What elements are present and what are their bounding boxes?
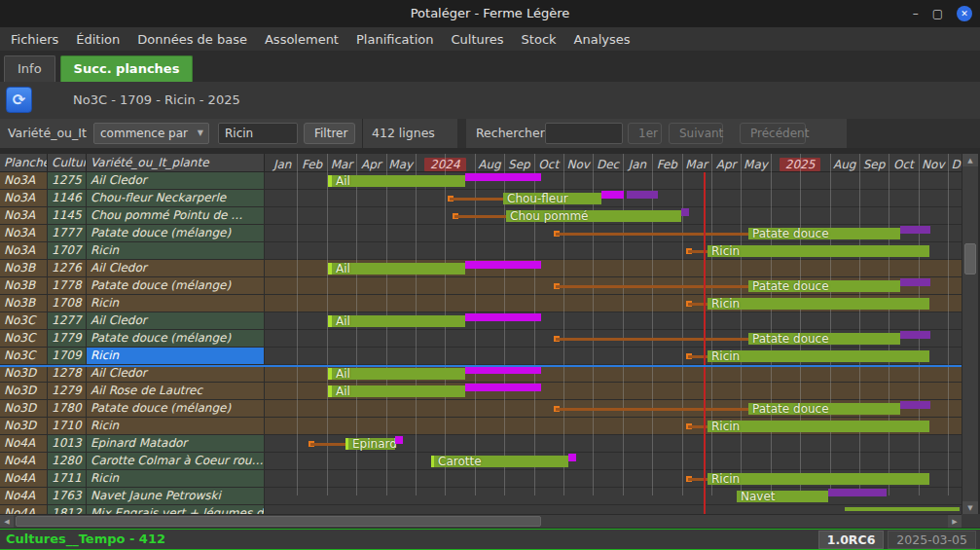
cell-culture[interactable]: 1779: [48, 330, 87, 347]
gantt-row-strip[interactable]: Ail: [265, 365, 962, 382]
cell-planche[interactable]: No3D: [0, 365, 48, 382]
cell-variete[interactable]: Ricin: [87, 348, 265, 364]
cell-culture[interactable]: 1013: [48, 435, 87, 452]
table-row[interactable]: No4A1763Navet Jaune PetrowskiNavet: [0, 488, 962, 505]
close-icon[interactable]: ✕: [957, 6, 972, 21]
menu-item-fichiers[interactable]: Fichiers: [2, 30, 67, 49]
filter-button[interactable]: Filtrer: [304, 123, 355, 144]
cell-culture[interactable]: 1707: [48, 242, 87, 259]
tab-succ-planches[interactable]: Succ. planches: [60, 55, 194, 82]
cell-planche[interactable]: No3A: [0, 207, 48, 224]
table-row[interactable]: No3D1780Patate douce (mélange)Patate dou…: [0, 400, 962, 418]
cell-variete[interactable]: Ricin: [87, 418, 265, 434]
table-row[interactable]: No4A1013Epinard MatadorEpinard: [0, 435, 962, 453]
maximize-icon[interactable]: ▢: [932, 8, 943, 19]
refresh-button[interactable]: ⟳: [6, 87, 32, 113]
table-row[interactable]: No4A1711RicinRicin: [0, 470, 962, 488]
cell-planche[interactable]: No3B: [0, 277, 48, 294]
gantt-row-strip[interactable]: Patate douce: [265, 330, 962, 347]
cell-planche[interactable]: No3A: [0, 225, 48, 241]
cell-variete[interactable]: Epinard Matador: [87, 435, 265, 452]
cell-planche[interactable]: No4A: [0, 505, 48, 514]
cell-culture[interactable]: 1777: [48, 225, 87, 241]
table-row[interactable]: No3B1778Patate douce (mélange)Patate dou…: [0, 277, 962, 295]
menu-item-cultures[interactable]: Cultures: [442, 30, 512, 49]
cell-culture[interactable]: 1710: [48, 418, 87, 434]
cell-culture[interactable]: 1278: [48, 365, 87, 382]
vertical-scroll-thumb[interactable]: [964, 243, 976, 275]
cell-culture[interactable]: 1763: [48, 488, 87, 504]
scroll-right-icon[interactable]: ▶: [948, 515, 962, 528]
menu-item-planification[interactable]: Planification: [347, 30, 442, 49]
cell-variete[interactable]: Ricin: [87, 295, 265, 312]
gantt-row-strip[interactable]: Ricin: [265, 295, 962, 312]
table-row[interactable]: No3C1779Patate douce (mélange)Patate dou…: [0, 330, 962, 348]
menu-item-assolement[interactable]: Assolement: [256, 30, 347, 49]
table-row[interactable]: No4A1280Carotte Colmar à Coeur rou…Carot…: [0, 453, 962, 470]
filter-operator-select[interactable]: commence par ▼: [93, 123, 209, 144]
horizontal-scroll-thumb[interactable]: [16, 516, 541, 527]
cell-variete[interactable]: Carotte Colmar à Coeur rou…: [87, 453, 265, 469]
cell-variete[interactable]: Ricin: [87, 470, 265, 487]
table-row[interactable]: No3C1277Ail CledorAil: [0, 312, 962, 330]
table-row[interactable]: No3A1145Chou pommé Pointu de …Chou pommé: [0, 207, 962, 225]
table-row[interactable]: No3D1278Ail CledorAil: [0, 365, 962, 383]
menu-item--dition[interactable]: Édition: [67, 30, 128, 49]
cell-culture[interactable]: 1145: [48, 207, 87, 224]
cell-variete[interactable]: Chou-fleur Neckarperle: [87, 190, 265, 206]
cell-planche[interactable]: No4A: [0, 453, 48, 469]
minimize-icon[interactable]: –: [913, 8, 919, 19]
cell-variete[interactable]: Ail Cledor: [87, 312, 265, 329]
column-header-culture[interactable]: Culture: [48, 154, 87, 172]
cell-culture[interactable]: 1711: [48, 470, 87, 487]
cell-planche[interactable]: No3C: [0, 330, 48, 347]
table-row[interactable]: No3D1279Ail Rose de LautrecAil: [0, 383, 962, 400]
cell-culture[interactable]: 1778: [48, 277, 87, 294]
cell-variete[interactable]: Patate douce (mélange): [87, 225, 265, 241]
gantt-row-strip[interactable]: Ricin: [265, 418, 962, 434]
cell-planche[interactable]: No4A: [0, 435, 48, 452]
horizontal-scrollbar[interactable]: ◀ ▶: [0, 514, 962, 528]
scroll-down-icon[interactable]: ▼: [962, 501, 978, 514]
table-row[interactable]: No3A1146Chou-fleur NeckarperleChou-fleur: [0, 190, 962, 207]
search-next-button[interactable]: Suivant: [669, 123, 723, 144]
column-header-planche[interactable]: Planche: [0, 154, 48, 172]
cell-planche[interactable]: No3C: [0, 348, 48, 364]
gantt-row-strip[interactable]: Ricin: [265, 348, 962, 364]
cell-planche[interactable]: No3B: [0, 260, 48, 276]
gantt-row-strip[interactable]: Epinard: [265, 435, 962, 452]
cell-variete[interactable]: Chou pommé Pointu de …: [87, 207, 265, 224]
cell-culture[interactable]: 1277: [48, 312, 87, 329]
cell-culture[interactable]: 1146: [48, 190, 87, 206]
gantt-row-strip[interactable]: Ail: [265, 172, 962, 189]
cell-culture[interactable]: 1279: [48, 383, 87, 399]
cell-variete[interactable]: Ricin: [87, 242, 265, 259]
cell-variete[interactable]: Mix Engrais vert + légumes d'é…: [87, 505, 265, 514]
table-row[interactable]: No3A1777Patate douce (mélange)Patate dou…: [0, 225, 962, 242]
gantt-row-strip[interactable]: [265, 505, 962, 514]
table-row[interactable]: No3A1707RicinRicin: [0, 242, 962, 260]
tab-info[interactable]: Info: [4, 55, 55, 82]
table-row[interactable]: No3B1276Ail CledorAil: [0, 260, 962, 277]
cell-planche[interactable]: No3B: [0, 295, 48, 312]
table-row[interactable]: No4A1812Mix Engrais vert + légumes d'é…: [0, 505, 962, 514]
gantt-row-strip[interactable]: Patate douce: [265, 225, 962, 241]
vertical-scrollbar[interactable]: ▲ ▼: [962, 154, 978, 514]
search-prev-button[interactable]: Précédent: [740, 123, 806, 144]
cell-variete[interactable]: Ail Rose de Lautrec: [87, 383, 265, 399]
cell-planche[interactable]: No4A: [0, 488, 48, 504]
cell-culture[interactable]: 1709: [48, 348, 87, 364]
gantt-row-strip[interactable]: Navet: [265, 488, 962, 504]
cell-planche[interactable]: No3D: [0, 418, 48, 434]
gantt-row-strip[interactable]: Chou pommé: [265, 207, 962, 224]
menu-item-analyses[interactable]: Analyses: [565, 30, 639, 49]
cell-culture[interactable]: 1812: [48, 505, 87, 514]
table-row[interactable]: No3B1708RicinRicin: [0, 295, 962, 312]
cell-culture[interactable]: 1276: [48, 260, 87, 276]
gantt-row-strip[interactable]: Ail: [265, 260, 962, 276]
gantt-row-strip[interactable]: Ricin: [265, 470, 962, 487]
gantt-row-strip[interactable]: Ail: [265, 383, 962, 399]
column-header-variete[interactable]: Variété_ou_It_plante: [87, 154, 265, 172]
cell-variete[interactable]: Ail Cledor: [87, 172, 265, 189]
cell-planche[interactable]: No3D: [0, 383, 48, 399]
